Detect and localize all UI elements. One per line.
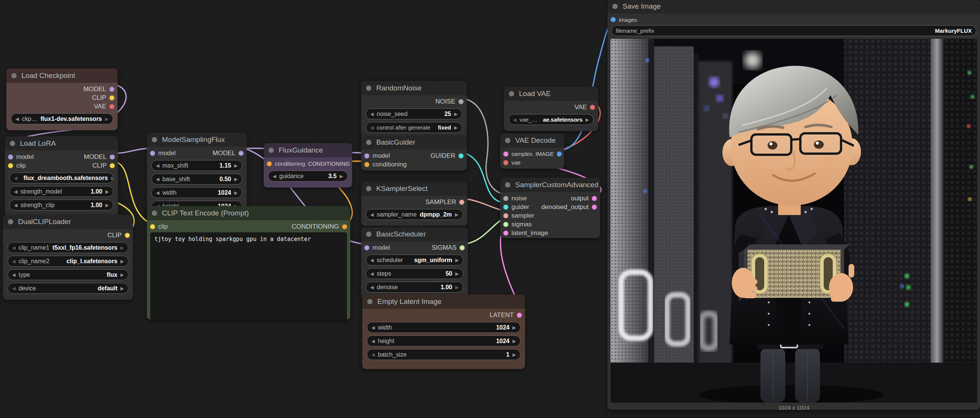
collapse-dot-icon[interactable]	[366, 232, 371, 237]
arrow-left-icon[interactable]: ◀	[14, 175, 18, 181]
arrow-left-icon[interactable]: ◀	[12, 245, 16, 250]
node-flux-guidance[interactable]: FluxGuidance conditioning CONDITIONING ◀…	[264, 143, 352, 188]
input-port-clip[interactable]	[150, 224, 155, 229]
widget-strength-clip[interactable]: ◀strength_clip1.00▶	[10, 200, 113, 210]
output-port-conditioning[interactable]	[342, 224, 347, 229]
node-sampler-custom-advanced[interactable]: SamplerCustomAdvanced noise output guide…	[500, 178, 600, 238]
output-port-vae[interactable]	[590, 105, 595, 110]
arrow-right-icon[interactable]: ▶	[340, 173, 343, 179]
arrow-left-icon[interactable]: ◀	[156, 176, 159, 182]
wire-sigmas-to-sca[interactable]	[465, 219, 503, 244]
collapse-dot-icon[interactable]	[269, 148, 274, 153]
arrow-right-icon[interactable]: ▶	[512, 339, 516, 344]
input-port-conditioning[interactable]	[267, 161, 272, 167]
arrow-left-icon[interactable]: ◀	[12, 272, 16, 278]
widget-latent-width[interactable]: ◀width1024▶	[367, 322, 520, 333]
output-port-model[interactable]	[239, 151, 244, 156]
widget-noise-seed[interactable]: ◀noise_seed25▶	[366, 108, 462, 119]
output-port-clip[interactable]	[125, 233, 130, 238]
widget-vae-name[interactable]: ◀vae_nameae.safetensors▶	[509, 114, 593, 125]
arrow-left-icon[interactable]: ◀	[370, 111, 374, 117]
node-load-checkpoint[interactable]: Load Checkpoint MODEL CLIP VAE ◀ckpt_nam…	[6, 68, 118, 130]
arrow-right-icon[interactable]: ▶	[454, 111, 458, 117]
widget-base-shift[interactable]: ◀base_shift0.50▶	[151, 173, 242, 184]
arrow-left-icon[interactable]: ◀	[14, 189, 18, 194]
node-header[interactable]: Empty Latent Image	[362, 294, 525, 309]
output-port-model[interactable]	[110, 154, 115, 160]
arrow-left-icon[interactable]: ◀	[12, 286, 16, 291]
widget-filename-prefix[interactable]: filename_prefixMarkuryFLUX	[611, 25, 976, 36]
arrow-right-icon[interactable]: ▶	[585, 117, 589, 122]
output-port-clip[interactable]	[109, 95, 115, 100]
input-port-images[interactable]	[611, 17, 616, 22]
node-header[interactable]: BasicScheduler	[361, 227, 468, 242]
input-port-latent-image[interactable]	[503, 230, 509, 236]
arrow-left-icon[interactable]: ◀	[370, 257, 374, 263]
arrow-right-icon[interactable]: ▶	[455, 285, 459, 290]
widget-guidance[interactable]: ◀guidance3.5▶	[268, 171, 348, 181]
widget-sampler-name[interactable]: ◀sampler_namedpmpp_2m▶	[366, 209, 463, 220]
input-port-sigmas[interactable]	[503, 222, 509, 227]
arrow-left-icon[interactable]: ◀	[370, 212, 374, 217]
arrow-right-icon[interactable]: ▶	[455, 212, 458, 217]
collapse-dot-icon[interactable]	[152, 137, 157, 142]
widget-lora-name[interactable]: ◀lor ...flux_dreambooth.safetensors▶	[10, 172, 113, 183]
output-port-model[interactable]	[109, 87, 115, 92]
collapse-dot-icon[interactable]	[366, 140, 371, 145]
arrow-left-icon[interactable]: ◀	[371, 325, 375, 330]
widget-device[interactable]: ◀devicedefault▶	[8, 283, 129, 294]
output-port-latent[interactable]	[517, 313, 522, 318]
collapse-dot-icon[interactable]	[152, 210, 157, 216]
node-header[interactable]: DualCLIPLoader	[3, 215, 133, 229]
output-port-guider[interactable]	[458, 153, 464, 159]
collapse-dot-icon[interactable]	[509, 91, 514, 96]
widget-width[interactable]: ◀width1024▶	[151, 187, 242, 198]
input-port-vae[interactable]	[503, 160, 509, 165]
arrow-left-icon[interactable]: ◀	[370, 271, 374, 277]
node-model-sampling-flux[interactable]: ModelSamplingFlux model MODEL ◀max_shift…	[147, 133, 247, 218]
input-port-conditioning[interactable]	[364, 162, 369, 167]
widget-scheduler[interactable]: ◀schedulersgm_uniform▶	[366, 254, 463, 265]
collapse-dot-icon[interactable]	[11, 73, 17, 78]
node-header[interactable]: RandomNoise	[361, 81, 467, 95]
node-header[interactable]: ModelSamplingFlux	[147, 133, 247, 147]
arrow-right-icon[interactable]: ▶	[121, 286, 124, 291]
arrow-left-icon[interactable]: ◀	[273, 173, 276, 179]
node-vae-decode[interactable]: VAE Decode samples IMAGE vae	[500, 133, 564, 169]
output-port-noise[interactable]	[458, 99, 464, 104]
node-header[interactable]: BasicGuider	[361, 135, 467, 149]
wire-noise-to-sca[interactable]	[464, 99, 503, 194]
node-ksampler-select[interactable]: KSamplerSelect SAMPLER ◀sampler_namedpmp…	[361, 181, 468, 226]
output-port-sampler[interactable]	[459, 200, 465, 205]
arrow-right-icon[interactable]: ▶	[111, 175, 113, 181]
widget-clip-name2[interactable]: ◀clip_name2clip_l.safetensors▶	[8, 256, 129, 267]
collapse-dot-icon[interactable]	[10, 141, 15, 146]
collapse-dot-icon[interactable]	[366, 186, 371, 191]
output-port-vae[interactable]	[109, 104, 115, 109]
wire-lora-model-to-msf[interactable]	[116, 148, 150, 153]
arrow-right-icon[interactable]: ▶	[105, 189, 109, 194]
prompt-textarea[interactable]: tjtoy toy holding sparkgpu gpu in a data…	[151, 233, 347, 320]
arrow-right-icon[interactable]: ▶	[105, 116, 108, 122]
collapse-dot-icon[interactable]	[505, 138, 510, 143]
arrow-left-icon[interactable]: ◀	[370, 125, 374, 130]
widget-strength-model[interactable]: ◀strength_model1.00▶	[10, 186, 113, 197]
arrow-right-icon[interactable]: ▶	[121, 259, 124, 264]
node-header[interactable]: CLIP Text Encode (Prompt)	[147, 206, 350, 220]
input-port-samples[interactable]	[503, 151, 509, 157]
arrow-right-icon[interactable]: ▶	[121, 272, 124, 278]
widget-type[interactable]: ◀typeflux▶	[8, 269, 129, 280]
node-header[interactable]: KSamplerSelect	[361, 181, 468, 196]
output-port-output[interactable]	[592, 196, 597, 201]
node-dual-clip-loader[interactable]: DualCLIPLoader CLIP ◀clip_name1t5xxl_fp1…	[3, 215, 133, 300]
collapse-dot-icon[interactable]	[366, 86, 371, 91]
arrow-left-icon[interactable]: ◀	[371, 352, 375, 358]
arrow-left-icon[interactable]: ◀	[513, 117, 516, 122]
arrow-right-icon[interactable]: ▶	[234, 163, 238, 168]
arrow-right-icon[interactable]: ▶	[121, 245, 124, 250]
arrow-left-icon[interactable]: ◀	[14, 203, 18, 208]
node-save-image[interactable]: Save Image images filename_prefixMarkury…	[608, 0, 980, 410]
collapse-dot-icon[interactable]	[8, 219, 13, 224]
arrow-left-icon[interactable]: ◀	[16, 116, 19, 122]
widget-latent-height[interactable]: ◀height1024▶	[367, 335, 520, 346]
